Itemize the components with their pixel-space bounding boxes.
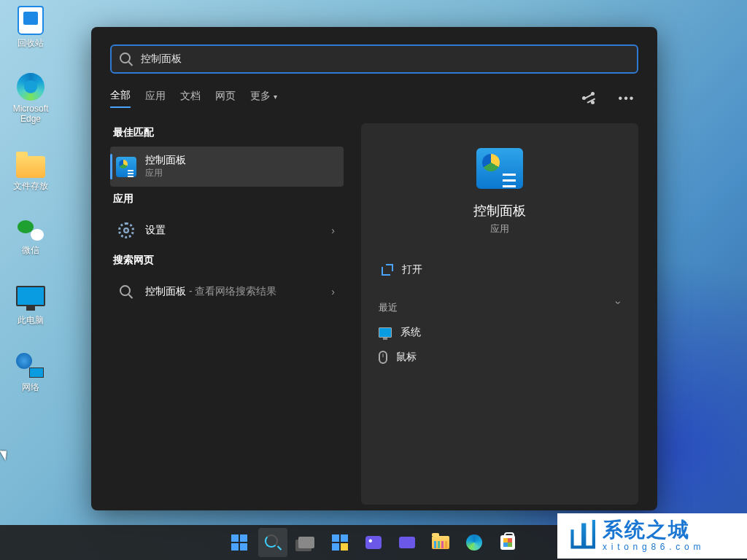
camera-icon [399, 537, 415, 548]
mouse-icon [379, 351, 387, 364]
desktop-icon-recycle-bin[interactable]: 回收站 [4, 6, 57, 48]
file-explorer-icon [432, 536, 449, 549]
recent-mouse-label: 鼠标 [396, 351, 417, 364]
more-options-button[interactable]: ••• [615, 87, 638, 110]
widgets-icon [332, 534, 348, 551]
recent-label: 最近 [379, 301, 621, 314]
recent-item-system[interactable]: 系统 [379, 320, 621, 345]
result-web-search[interactable]: 控制面板 - 查看网络搜索结果 › [110, 274, 344, 309]
control-panel-icon-large [476, 148, 523, 189]
chevron-right-icon: › [331, 225, 335, 236]
this-pc-label: 此电脑 [4, 315, 57, 325]
section-apps: 应用 [113, 192, 341, 206]
result-web-term: 控制面板 [145, 285, 186, 297]
search-icon [265, 534, 281, 551]
tab-apps[interactable]: 应用 [145, 90, 166, 107]
recycle-bin-icon [18, 6, 44, 35]
search-icon [119, 52, 133, 66]
section-web: 搜索网页 [113, 254, 341, 267]
tab-docs[interactable]: 文档 [180, 90, 201, 107]
share-button[interactable] [577, 87, 600, 110]
result-sub: 应用 [145, 167, 186, 179]
control-panel-icon [116, 157, 136, 177]
chevron-right-icon: › [331, 286, 335, 298]
recycle-bin-label: 回收站 [4, 38, 57, 48]
preview-sub: 应用 [379, 222, 621, 236]
watermark-logo-icon [565, 520, 595, 552]
edge-label: Microsoft Edge [4, 104, 57, 125]
network-icon [16, 353, 45, 379]
desktop-icon-wechat[interactable]: 微信 [4, 219, 57, 255]
system-icon [379, 327, 392, 338]
task-view-button[interactable] [292, 528, 321, 557]
open-icon [382, 264, 393, 276]
share-icon [582, 92, 595, 105]
section-best-match: 最佳匹配 [113, 126, 341, 139]
result-settings-label: 设置 [145, 224, 166, 237]
search-icon [119, 284, 133, 299]
wechat-label: 微信 [4, 245, 57, 255]
edge-icon [17, 73, 44, 101]
folder-icon [16, 156, 45, 178]
tab-web[interactable]: 网页 [215, 90, 236, 107]
desktop-icon-edge[interactable]: Microsoft Edge [4, 73, 57, 125]
folder-label: 文件存放 [4, 181, 57, 191]
search-box[interactable] [110, 44, 638, 74]
result-web-suffix: - 查看网络搜索结果 [186, 285, 276, 297]
chevron-down-icon: ▾ [274, 93, 277, 101]
result-app-settings[interactable]: 设置 › [110, 213, 344, 248]
gear-icon [118, 222, 134, 238]
ms-store-button[interactable] [493, 528, 522, 557]
network-label: 网络 [4, 382, 57, 392]
results-list: 最佳匹配 控制面板 应用 应用 设置 › 搜索网页 控制面板 - 查看网络搜索结… [110, 120, 344, 505]
wechat-icon [18, 219, 44, 242]
watermark: 系统之城 x i t o n g 8 6 . c o m [557, 513, 747, 559]
ellipsis-icon: ••• [619, 92, 635, 105]
file-explorer-button[interactable] [426, 528, 455, 557]
widgets-button[interactable] [325, 528, 355, 557]
recent-system-label: 系统 [400, 326, 421, 339]
open-label: 打开 [402, 263, 422, 276]
task-view-icon [298, 537, 314, 548]
preview-title: 控制面板 [379, 202, 621, 219]
edge-taskbar-button[interactable] [460, 528, 489, 557]
desktop-icon-this-pc[interactable]: 此电脑 [4, 286, 57, 325]
taskbar-search-button[interactable] [258, 528, 287, 557]
windows-logo-icon [231, 534, 247, 551]
store-icon [500, 535, 515, 550]
result-preview: 控制面板 应用 打开 › 最近 系统 鼠标 [361, 123, 638, 505]
search-input[interactable] [141, 53, 630, 65]
teams-button[interactable] [392, 528, 422, 557]
watermark-title: 系统之城 [603, 520, 702, 540]
chat-button[interactable] [359, 528, 388, 557]
start-button[interactable] [225, 528, 254, 557]
desktop-icon-folder[interactable]: 文件存放 [4, 152, 57, 191]
recent-item-mouse[interactable]: 鼠标 [379, 345, 621, 370]
watermark-url: x i t o n g 8 6 . c o m [603, 542, 702, 552]
search-panel: 全部 应用 文档 网页 更多▾ ••• 最佳匹配 控制面板 应用 应用 设置 › [91, 27, 657, 510]
edge-icon [466, 534, 482, 551]
result-web-label: 控制面板 - 查看网络搜索结果 [145, 285, 276, 298]
tab-more[interactable]: 更多▾ [250, 90, 277, 107]
tab-more-label: 更多 [250, 90, 271, 101]
expand-actions-button[interactable]: › [614, 301, 625, 305]
result-title: 控制面板 [145, 154, 186, 167]
chat-icon [365, 536, 382, 549]
result-best-control-panel[interactable]: 控制面板 应用 [110, 147, 344, 187]
open-action[interactable]: 打开 [379, 256, 621, 284]
desktop-icon-network[interactable]: 网络 [4, 353, 57, 392]
this-pc-icon [16, 286, 45, 306]
tab-all[interactable]: 全部 [110, 89, 131, 108]
search-tabs: 全部 应用 文档 网页 更多▾ ••• [91, 87, 657, 120]
